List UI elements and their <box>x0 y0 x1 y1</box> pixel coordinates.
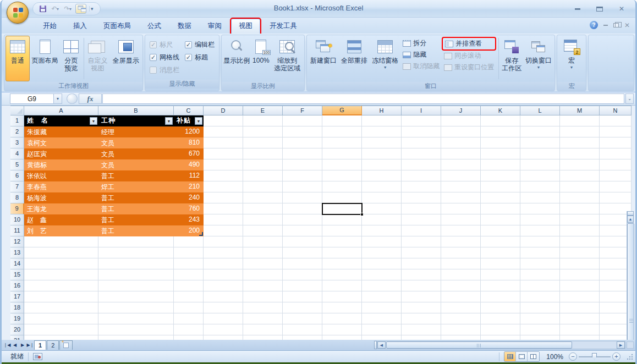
column-header-K[interactable]: K <box>481 106 520 115</box>
sheet-tab-1[interactable]: 1 <box>34 340 46 350</box>
column-header-N[interactable]: N <box>600 106 631 115</box>
cell-E9[interactable] <box>243 203 283 214</box>
cell-I17[interactable] <box>402 291 441 302</box>
cell-N3[interactable] <box>600 137 631 148</box>
cell-B8[interactable]: 普工 <box>98 192 174 203</box>
table-resize-corner[interactable] <box>199 232 203 236</box>
checkbox-ruler[interactable]: ✓ 标尺 <box>150 40 179 49</box>
cell-K17[interactable] <box>481 291 520 302</box>
cell-A2[interactable]: 朱援藏 <box>24 126 98 137</box>
cell-L16[interactable] <box>520 280 560 291</box>
cell-F21[interactable] <box>283 335 322 340</box>
row-header-16[interactable]: 16 <box>10 280 24 291</box>
tab-data[interactable]: 数据 <box>171 19 199 34</box>
cell-H6[interactable] <box>362 170 402 181</box>
row-header-13[interactable]: 13 <box>10 247 24 258</box>
cell-D1[interactable] <box>204 115 243 126</box>
cell-K10[interactable] <box>481 214 520 225</box>
cell-C2[interactable]: 1200 <box>174 126 204 137</box>
column-header-A[interactable]: A <box>24 106 98 115</box>
cell-A20[interactable] <box>24 324 98 335</box>
row-header-1[interactable]: 1 <box>10 115 24 126</box>
cell-N2[interactable] <box>600 126 631 137</box>
cell-M18[interactable] <box>560 302 600 313</box>
cell-M5[interactable] <box>560 159 600 170</box>
cell-F13[interactable] <box>283 247 322 258</box>
maximize-button[interactable] <box>592 4 607 13</box>
cell-A10[interactable]: 赵 鑫 <box>24 214 98 225</box>
zoom-in-button[interactable]: + <box>612 352 620 361</box>
cell-D3[interactable] <box>204 137 243 148</box>
cell-F15[interactable] <box>283 269 322 280</box>
cell-K11[interactable] <box>481 225 520 236</box>
cell-B20[interactable] <box>98 324 174 335</box>
cell-I10[interactable] <box>402 214 441 225</box>
cell-K14[interactable] <box>481 258 520 269</box>
cell-L7[interactable] <box>520 181 560 192</box>
cell-L19[interactable] <box>520 313 560 324</box>
row-header-15[interactable]: 15 <box>10 269 24 280</box>
cell-C7[interactable]: 210 <box>174 181 204 192</box>
cell-C5[interactable]: 490 <box>174 159 204 170</box>
arrange-all-button[interactable]: 全部重排 <box>339 36 370 81</box>
cell-E4[interactable] <box>243 148 283 159</box>
cell-D4[interactable] <box>204 148 243 159</box>
cell-H15[interactable] <box>362 269 402 280</box>
cell-H17[interactable] <box>362 291 402 302</box>
freeze-panes-button[interactable]: 冻结窗格 ▼ <box>370 36 400 81</box>
cell-J8[interactable] <box>441 192 481 203</box>
reset-window-position-button[interactable]: 重设窗口位置 <box>442 62 497 73</box>
normal-view-shortcut[interactable] <box>504 352 516 361</box>
column-header-M[interactable]: M <box>560 106 600 115</box>
cell-D7[interactable] <box>204 181 243 192</box>
cell-K8[interactable] <box>481 192 520 203</box>
cell-G6[interactable] <box>322 170 362 181</box>
cell-I2[interactable] <box>402 126 441 137</box>
select-all-corner[interactable] <box>10 106 24 115</box>
cell-I15[interactable] <box>402 269 441 280</box>
cell-K20[interactable] <box>481 324 520 335</box>
cell-I18[interactable] <box>402 302 441 313</box>
cell-F12[interactable] <box>283 236 322 247</box>
cell-F4[interactable] <box>283 148 322 159</box>
cell-L10[interactable] <box>520 214 560 225</box>
synchronous-scrolling-button[interactable]: 同步滚动 <box>442 50 497 62</box>
minimize-button[interactable] <box>570 4 585 13</box>
cell-G17[interactable] <box>322 291 362 302</box>
cell-G12[interactable] <box>322 236 362 247</box>
cell-B18[interactable] <box>98 302 174 313</box>
cell-M16[interactable] <box>560 280 600 291</box>
cell-H5[interactable] <box>362 159 402 170</box>
insert-worksheet-button[interactable] <box>59 340 73 350</box>
cell-M1[interactable] <box>560 115 600 126</box>
cell-C10[interactable]: 243 <box>174 214 204 225</box>
tab-home[interactable]: 开始 <box>36 19 64 34</box>
cell-H9[interactable] <box>362 203 402 214</box>
cell-M4[interactable] <box>560 148 600 159</box>
page-layout-view-button[interactable]: 页面布局 <box>30 36 60 81</box>
split-button[interactable]: 拆分 <box>400 37 442 49</box>
cell-I14[interactable] <box>402 258 441 269</box>
cell-I5[interactable] <box>402 159 441 170</box>
cell-I9[interactable] <box>402 203 441 214</box>
scroll-left-button[interactable]: ◀ <box>377 341 386 349</box>
first-sheet-button[interactable]: ❘◀ <box>3 341 11 349</box>
cell-L11[interactable] <box>520 225 560 236</box>
cell-H18[interactable] <box>362 302 402 313</box>
cell-D16[interactable] <box>204 280 243 291</box>
row-header-7[interactable]: 7 <box>10 181 24 192</box>
cell-J9[interactable] <box>441 203 481 214</box>
hide-button[interactable]: 隐藏 <box>400 49 442 60</box>
close-button[interactable]: ✕ <box>614 4 629 13</box>
cell-A9[interactable]: 王海龙 <box>24 203 98 214</box>
cell-J21[interactable] <box>441 335 481 340</box>
tab-review[interactable]: 审阅 <box>201 19 229 34</box>
cell-F10[interactable] <box>283 214 322 225</box>
cell-E5[interactable] <box>243 159 283 170</box>
cell-B10[interactable]: 普工 <box>98 214 174 225</box>
cell-D13[interactable] <box>204 247 243 258</box>
cell-G13[interactable] <box>322 247 362 258</box>
expand-formula-bar-button[interactable]: ⌄ <box>625 93 634 104</box>
cell-L21[interactable] <box>520 335 560 340</box>
cell-E12[interactable] <box>243 236 283 247</box>
